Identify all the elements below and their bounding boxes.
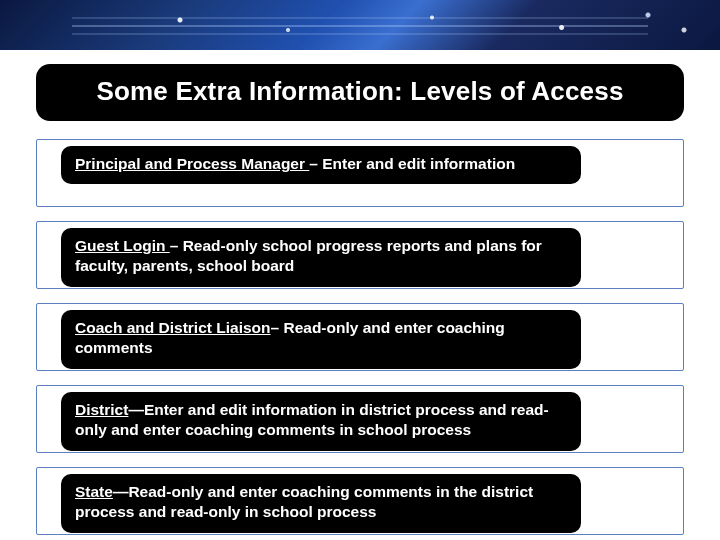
slide-content: Some Extra Information: Levels of Access… bbox=[0, 50, 720, 535]
role-label: Guest Login bbox=[75, 237, 170, 254]
access-level-row: State—Read-only and enter coaching comme… bbox=[36, 467, 684, 535]
access-level-row: Coach and District Liaison– Read-only an… bbox=[36, 303, 684, 371]
access-level-box-district: District—Enter and edit information in d… bbox=[61, 392, 581, 451]
role-description: Read-only and enter coaching comments in… bbox=[75, 483, 533, 520]
separator: – bbox=[271, 319, 284, 336]
separator: — bbox=[113, 483, 129, 500]
role-label: Principal and Process Manager bbox=[75, 155, 309, 172]
role-description: Enter and edit information in district p… bbox=[75, 401, 549, 438]
role-label: District bbox=[75, 401, 128, 418]
role-description: Enter and edit information bbox=[322, 155, 515, 172]
access-level-row: District—Enter and edit information in d… bbox=[36, 385, 684, 453]
separator: – bbox=[309, 155, 322, 172]
access-level-box-coach: Coach and District Liaison– Read-only an… bbox=[61, 310, 581, 369]
access-level-row: Guest Login – Read-only school progress … bbox=[36, 221, 684, 289]
access-level-row: Principal and Process Manager – Enter an… bbox=[36, 139, 684, 207]
separator: — bbox=[128, 401, 144, 418]
separator: – bbox=[170, 237, 183, 254]
role-label: State bbox=[75, 483, 113, 500]
access-level-box-state: State—Read-only and enter coaching comme… bbox=[61, 474, 581, 533]
slide-title: Some Extra Information: Levels of Access bbox=[36, 64, 684, 121]
access-level-box-guest: Guest Login – Read-only school progress … bbox=[61, 228, 581, 287]
decorative-banner bbox=[0, 0, 720, 50]
role-label: Coach and District Liaison bbox=[75, 319, 271, 336]
access-level-box-principal: Principal and Process Manager – Enter an… bbox=[61, 146, 581, 184]
